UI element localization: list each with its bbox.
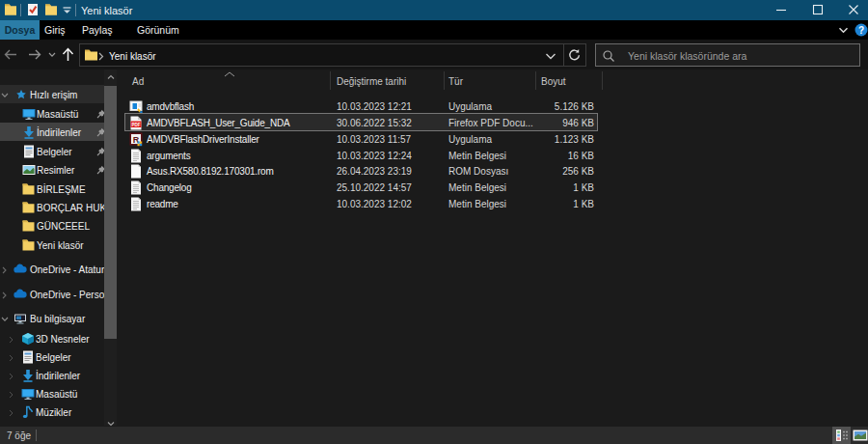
svg-text:?: ? [858,25,864,36]
svg-text:PDF: PDF [131,123,140,127]
